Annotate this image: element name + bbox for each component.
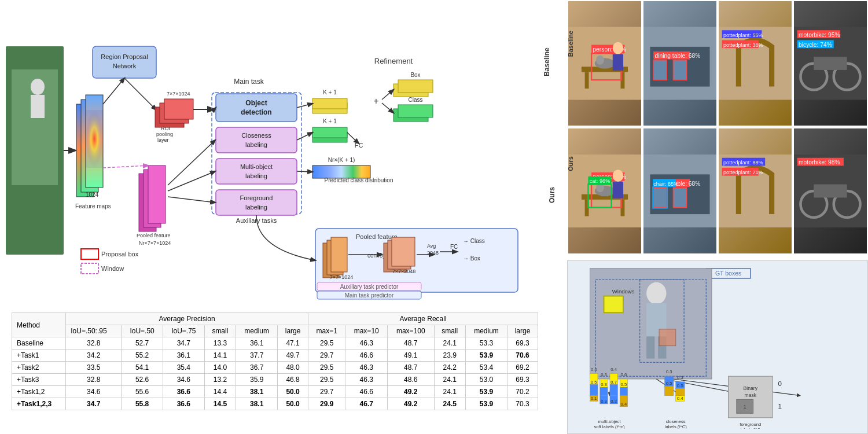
baseline-images-row: person: 99% dining table: 68% bbox=[567, 0, 868, 127]
value-cell: 70.2 bbox=[507, 386, 538, 398]
svg-text:Feature maps: Feature maps bbox=[75, 203, 111, 209]
svg-text:labels (l^C): labels (l^C) bbox=[665, 424, 687, 429]
value-cell: 35.9 bbox=[236, 374, 278, 386]
value-cell: 23.9 bbox=[434, 350, 465, 362]
method-header: Method bbox=[12, 313, 66, 337]
baseline-img-4: motorbike: 95% bicycle: 74% bbox=[794, 1, 867, 126]
svg-rect-147 bbox=[653, 187, 667, 207]
value-cell: 34.6 bbox=[66, 386, 122, 398]
svg-text:0.3: 0.3 bbox=[601, 372, 607, 377]
svg-text:+: + bbox=[373, 96, 378, 106]
svg-text:Class: Class bbox=[408, 97, 422, 103]
iou75-header: IoU=.75 bbox=[163, 325, 204, 337]
max100-header: max=100 bbox=[387, 325, 434, 337]
value-cell: 46.6 bbox=[345, 350, 388, 362]
svg-rect-200 bbox=[620, 387, 627, 395]
value-cell: 24.1 bbox=[434, 374, 465, 386]
value-cell: 50.0 bbox=[278, 386, 308, 398]
svg-text:1: 1 bbox=[744, 404, 746, 410]
svg-rect-176 bbox=[659, 329, 676, 346]
value-cell: 46.3 bbox=[345, 374, 388, 386]
svg-rect-9 bbox=[86, 110, 103, 168]
method-cell: +Task3 bbox=[12, 374, 66, 386]
value-cell: 46.3 bbox=[345, 362, 388, 374]
value-cell: 32.8 bbox=[66, 337, 122, 350]
svg-text:FC: FC bbox=[355, 142, 363, 149]
value-cell: 33.5 bbox=[66, 362, 122, 374]
table-row: +Task1,234.655.636.614.438.150.029.746.6… bbox=[12, 386, 538, 398]
ours-row-label: Ours bbox=[548, 187, 556, 203]
value-cell: 34.6 bbox=[163, 374, 204, 386]
svg-text:Main task: Main task bbox=[234, 78, 264, 86]
value-cell: 46.8 bbox=[278, 374, 308, 386]
svg-text:0.4: 0.4 bbox=[677, 396, 683, 401]
small2-header: small bbox=[434, 325, 465, 337]
svg-rect-42 bbox=[216, 190, 297, 215]
svg-text:labeling: labeling bbox=[245, 141, 267, 148]
medium2-header: medium bbox=[465, 325, 507, 337]
value-cell: 29.7 bbox=[308, 386, 345, 398]
value-cell: 14.5 bbox=[204, 398, 236, 410]
svg-text:Foreground: Foreground bbox=[240, 194, 273, 201]
svg-text:0.1: 0.1 bbox=[591, 396, 597, 401]
svg-rect-55 bbox=[312, 127, 347, 138]
results-table-area: Method Average Precision Average Recall … bbox=[0, 307, 550, 434]
svg-text:1: 1 bbox=[778, 403, 782, 410]
svg-rect-39 bbox=[216, 159, 297, 184]
svg-text:cat: 96%: cat: 96% bbox=[590, 178, 610, 184]
value-cell: 14.1 bbox=[204, 350, 236, 362]
svg-text:Auxiliary task predictor: Auxiliary task predictor bbox=[340, 284, 399, 290]
small-header: small bbox=[204, 325, 236, 337]
baseline-img-1: person: 99% bbox=[568, 1, 641, 126]
svg-rect-194 bbox=[610, 385, 617, 396]
svg-rect-103 bbox=[585, 72, 589, 89]
iou5095-header: IoU=.50:.95 bbox=[66, 325, 122, 337]
svg-text:1024: 1024 bbox=[86, 192, 99, 198]
svg-text:Object: Object bbox=[245, 99, 267, 107]
svg-rect-36 bbox=[216, 127, 297, 153]
svg-text:pottedplant: 88%: pottedplant: 88% bbox=[723, 160, 763, 165]
svg-rect-84 bbox=[392, 237, 415, 266]
svg-text:Refinement: Refinement bbox=[374, 57, 413, 65]
value-cell: 48.6 bbox=[387, 374, 434, 386]
value-cell: 49.1 bbox=[387, 350, 434, 362]
value-cell: 34.2 bbox=[66, 350, 122, 362]
value-cell: 48.7 bbox=[387, 362, 434, 374]
ours-img-4: motorbike: 98% bbox=[794, 128, 867, 253]
svg-point-170 bbox=[646, 282, 666, 304]
value-cell: 55.2 bbox=[122, 350, 163, 362]
svg-point-140 bbox=[613, 170, 623, 182]
svg-text:Network: Network bbox=[113, 62, 137, 69]
svg-text:Proposal box: Proposal box bbox=[101, 251, 139, 258]
svg-text:0.6: 0.6 bbox=[621, 372, 627, 377]
svg-text:Pooled feature: Pooled feature bbox=[356, 233, 398, 240]
ours-images-row: person: 99% cat: 96% dining table: 68% c… bbox=[567, 127, 868, 255]
value-cell: 49.2 bbox=[387, 386, 434, 398]
svg-text:mask: mask bbox=[745, 392, 757, 398]
ours-img-1: person: 99% cat: 96% bbox=[568, 128, 641, 253]
svg-rect-114 bbox=[653, 60, 667, 80]
svg-rect-4 bbox=[31, 95, 45, 118]
svg-text:chair: 85%: chair: 85% bbox=[653, 181, 678, 187]
value-cell: 38.1 bbox=[236, 386, 278, 398]
value-cell: 29.5 bbox=[308, 374, 345, 386]
svg-text:Closeness: Closeness bbox=[241, 132, 271, 139]
svg-text:0.3: 0.3 bbox=[677, 375, 683, 380]
svg-rect-141 bbox=[613, 182, 623, 198]
svg-text:dining table: 68%: dining table: 68% bbox=[654, 53, 700, 59]
svg-text:Region Proposal: Region Proposal bbox=[101, 53, 148, 60]
svg-text:Binary: Binary bbox=[744, 385, 758, 391]
svg-rect-188 bbox=[600, 387, 608, 395]
value-cell: 49.7 bbox=[278, 350, 308, 362]
svg-line-62 bbox=[297, 171, 312, 172]
value-cell: 69.2 bbox=[507, 362, 538, 374]
medium-header: medium bbox=[236, 325, 278, 337]
avg-recall-header: Average Recall bbox=[308, 313, 538, 325]
method-cell: +Task1,2,3 bbox=[12, 398, 66, 410]
value-cell: 36.6 bbox=[163, 398, 204, 410]
comparison-images: Baseline Ours person: 99% bbox=[567, 0, 868, 266]
svg-rect-162 bbox=[814, 185, 847, 198]
svg-rect-148 bbox=[674, 187, 687, 207]
svg-rect-126 bbox=[814, 57, 847, 70]
svg-text:layer: layer bbox=[157, 137, 169, 143]
